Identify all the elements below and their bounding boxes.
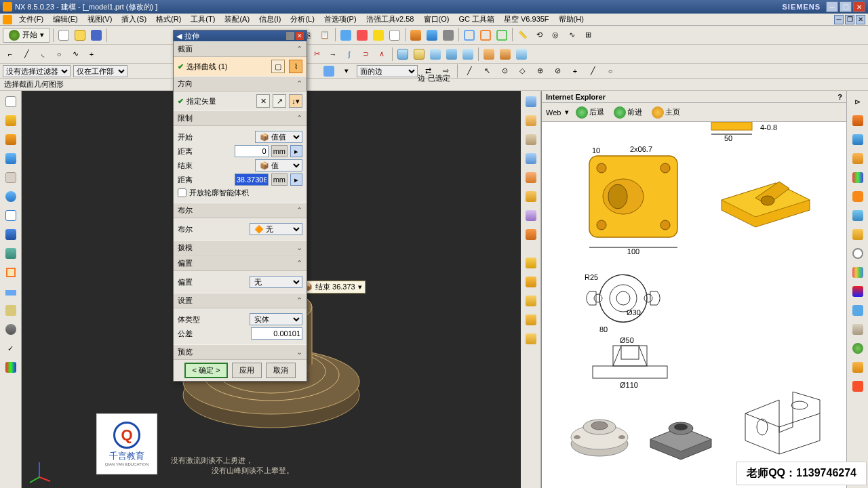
vector-dropdown-button[interactable]: ↓▾ — [289, 94, 302, 108]
rt-icon[interactable] — [850, 226, 866, 243]
rt-clock-icon[interactable] — [850, 245, 866, 262]
end-distance-input[interactable] — [235, 174, 269, 186]
end-distance-dropdown[interactable]: ▸ — [290, 174, 302, 186]
navigator-ie-icon[interactable] — [3, 188, 19, 205]
rt-icon[interactable] — [850, 113, 866, 129]
feature-tool[interactable] — [412, 47, 427, 62]
type-filter-select[interactable]: 没有选择过滤器 — [3, 65, 71, 77]
menu-window[interactable]: 窗口(O) — [420, 14, 454, 25]
start-button[interactable]: 开始 ▾ — [3, 28, 50, 43]
rt-icon[interactable] — [850, 359, 866, 375]
curve-tool[interactable]: → — [326, 47, 340, 62]
profile-button[interactable]: ⌐ — [3, 47, 18, 62]
menu-insert[interactable]: 插入(S) — [117, 14, 151, 25]
mdi-restore-button[interactable]: ❐ — [845, 15, 854, 24]
feature-tool[interactable] — [498, 47, 513, 62]
sel-tool[interactable]: ▾ — [339, 64, 354, 79]
tool-btn[interactable] — [478, 28, 493, 43]
feature-extrude-icon[interactable] — [523, 94, 539, 110]
navigator-history-icon[interactable] — [3, 207, 19, 224]
tool-btn[interactable] — [371, 28, 386, 43]
boolean-select[interactable]: 🔶 无 — [250, 223, 302, 235]
edge-filter-select[interactable]: 面的边 — [357, 65, 418, 77]
snap-tool[interactable]: ⊙ — [497, 64, 512, 79]
navigator-roles-icon[interactable] — [3, 226, 19, 243]
snap-tool[interactable]: ↖ — [479, 64, 494, 79]
snap-tool[interactable]: ⊕ — [532, 64, 547, 79]
apply-button[interactable]: 应用 — [232, 363, 262, 378]
section-header-section[interactable]: 截面⌃ — [174, 41, 307, 57]
paste-button[interactable]: 📋 — [317, 28, 332, 43]
snap-tool[interactable]: + — [568, 64, 583, 79]
menu-xingkong[interactable]: 星空 V6.935F — [500, 14, 553, 25]
section-header-direction[interactable]: 方向⌃ — [174, 76, 307, 92]
select-curve-row[interactable]: ✔ 选择曲线 (1) ▢ ⌇ — [174, 57, 307, 76]
dialog-close-button[interactable]: ✕ — [296, 32, 304, 40]
ie-content[interactable]: 50 4-0.8 100 10 2x06.7 — [542, 122, 846, 488]
tool-btn[interactable] — [338, 28, 353, 43]
feature-icon[interactable] — [523, 169, 539, 186]
snap-tool[interactable]: ◇ — [515, 64, 530, 79]
navigator-constraint-icon[interactable] — [3, 131, 19, 148]
snap-tool[interactable]: ╱ — [462, 64, 477, 79]
navigator-part-icon[interactable] — [3, 94, 19, 110]
maximize-button[interactable]: ☐ — [840, 1, 852, 12]
navigator-assembly-icon[interactable] — [3, 113, 19, 129]
rt-person-icon[interactable] — [850, 340, 866, 357]
sel-tool[interactable] — [321, 64, 336, 79]
start-distance-input[interactable] — [235, 145, 269, 157]
feature-icon[interactable] — [523, 188, 539, 205]
feature-tool[interactable] — [395, 47, 410, 62]
feature-icon[interactable] — [523, 207, 539, 224]
feature-tool[interactable] — [444, 47, 459, 62]
forward-button[interactable]: 前进 — [611, 105, 645, 120]
section-header-preview[interactable]: 预览⌄ — [174, 344, 307, 360]
tool-btn[interactable] — [425, 28, 439, 43]
navigator-hd3d-icon[interactable] — [3, 169, 19, 186]
menu-gc[interactable]: GC 工具箱 — [454, 14, 498, 25]
rt-icon[interactable] — [850, 302, 866, 319]
feature-icon[interactable] — [523, 226, 539, 243]
rt-icon[interactable] — [850, 169, 866, 186]
feature-draft-icon[interactable] — [523, 293, 539, 309]
tool-btn[interactable] — [387, 28, 402, 43]
tool-btn[interactable] — [494, 28, 509, 43]
vector-constructor-button[interactable]: ↗ — [273, 94, 286, 108]
tool-btn[interactable]: ⊞ — [580, 28, 595, 43]
rt-icon[interactable] — [850, 207, 866, 224]
rt-icon[interactable] — [850, 264, 866, 281]
rt-icon[interactable] — [850, 283, 866, 300]
point-button[interactable]: + — [84, 47, 99, 62]
minimize-button[interactable]: ─ — [826, 1, 838, 12]
dialog-titlebar[interactable]: ◀ 拉伸 ✕ — [174, 30, 307, 41]
dialog-pin-button[interactable] — [286, 32, 294, 40]
help-icon[interactable]: ? — [837, 93, 842, 101]
navigator-tool-icon[interactable] — [3, 245, 19, 262]
tolerance-input[interactable] — [251, 327, 302, 340]
section-header-offset[interactable]: 偏置⌃ — [174, 256, 307, 271]
rt-icon[interactable]: ⊳ — [850, 94, 866, 110]
open-file-button[interactable] — [73, 28, 87, 43]
navigator-reuse-icon[interactable] — [3, 150, 19, 167]
curve-tool[interactable]: ✂ — [309, 47, 324, 62]
navigator-tool-icon[interactable]: ✓ — [3, 340, 19, 357]
curve-rule-button[interactable]: ⌇ — [289, 60, 302, 73]
scope-filter-select[interactable]: 仅在工作部 — [73, 65, 127, 77]
line-button[interactable]: ╱ — [19, 47, 34, 62]
arc-button[interactable]: ◟ — [35, 47, 50, 62]
menu-assemblies[interactable]: 装配(A) — [220, 14, 254, 25]
menu-format[interactable]: 格式(R) — [152, 14, 185, 25]
feature-trim-icon[interactable] — [523, 331, 539, 347]
menu-edit[interactable]: 编辑(E) — [49, 14, 82, 25]
navigator-tool-icon[interactable] — [3, 359, 19, 375]
rt-icon[interactable] — [850, 131, 866, 148]
feature-tool[interactable] — [428, 47, 443, 62]
menu-preferences[interactable]: 首选项(P) — [320, 14, 361, 25]
navigator-tool-icon[interactable] — [3, 283, 19, 300]
tool-btn[interactable] — [355, 28, 370, 43]
rt-icon[interactable] — [850, 150, 866, 167]
section-header-boolean[interactable]: 布尔⌃ — [174, 203, 307, 218]
navigator-tool-icon[interactable] — [3, 264, 19, 281]
spline-button[interactable]: ∿ — [68, 47, 83, 62]
rt-rss-icon[interactable] — [850, 188, 866, 205]
